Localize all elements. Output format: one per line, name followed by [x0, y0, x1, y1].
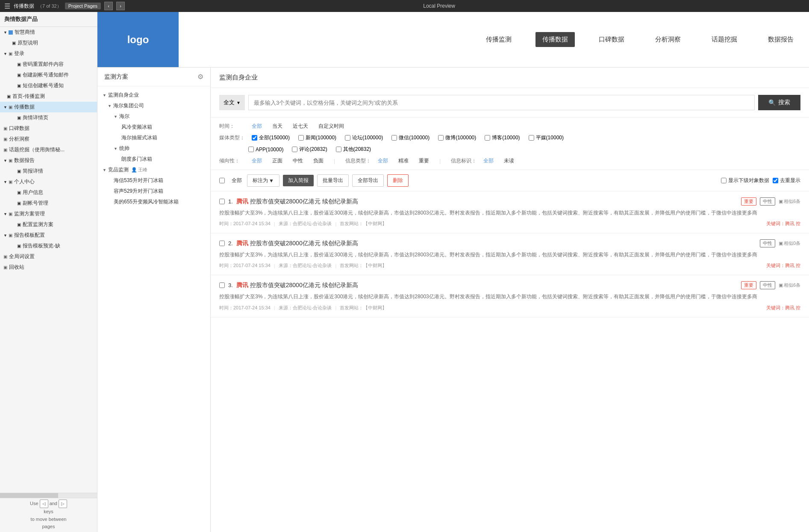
search-input[interactable] [248, 95, 755, 110]
media-all[interactable]: 全部(150000) [252, 134, 290, 141]
menu-icon[interactable]: ☰ [4, 2, 10, 10]
infomark-unread[interactable]: 未读 [504, 157, 514, 165]
search-scope-selector[interactable]: 全文 ▼ [219, 95, 245, 110]
infotype-all[interactable]: 全部 [378, 157, 388, 165]
similar-link[interactable]: ▣ 相似6条 [779, 282, 800, 288]
nav-item-topic[interactable]: 话题挖掘 [705, 32, 744, 47]
tree-item-midea[interactable]: 美的655升变频风冷智能冰箱 [97, 197, 210, 207]
similar-link[interactable]: ▣ 相似6条 [779, 198, 800, 205]
time-today[interactable]: 当天 [272, 123, 282, 130]
tree-item-hisense[interactable]: 海信535升对开门冰箱 [97, 175, 210, 186]
media-print-checkbox[interactable] [529, 135, 534, 141]
sidebar-item-sms[interactable]: ▣ 短信创建帐号通知 [0, 80, 97, 91]
article-checkbox[interactable] [219, 199, 225, 204]
tendency-all[interactable]: 全部 [252, 157, 262, 165]
sidebar-item-chuanbo[interactable]: ▼ ▣ 传播数据 [0, 102, 97, 112]
sidebar-item-sub-account[interactable]: ▣ 副帐号管理 [0, 198, 97, 209]
sidebar-item-report-detail[interactable]: ▣ 简报详情 [0, 166, 97, 176]
next-page-btn[interactable]: › [116, 2, 125, 10]
show-sub-label[interactable]: 显示下级对象数据 [721, 177, 769, 184]
search-button[interactable]: 🔍 搜索 [758, 95, 800, 110]
media-blog-checkbox[interactable] [485, 135, 490, 141]
dedup-label[interactable]: 去重显示 [773, 177, 800, 184]
nav-item-analysis[interactable]: 分析洞察 [648, 32, 688, 47]
section-icon: ▣ [9, 179, 12, 184]
tree-item-choutibing[interactable]: 海尔抽屉式冰箱 [97, 132, 210, 143]
sidebar-item-personal[interactable]: ▼ ▣ 个人中心 [0, 176, 97, 187]
media-news-checkbox[interactable] [298, 135, 304, 141]
mark-as-button[interactable]: 标注为 ▼ [247, 174, 279, 187]
time-custom[interactable]: 自定义时间 [318, 123, 344, 130]
sidebar-item-template-preview[interactable]: ▣ 报告模板预览-缺 [0, 241, 97, 251]
project-pages-btn[interactable]: Project Pages [65, 3, 101, 9]
prev-page-btn[interactable]: ‹ [104, 2, 113, 10]
sidebar-item-global-word[interactable]: ▣ 全局词设置 [0, 251, 97, 262]
sidebar-item-config-monitor[interactable]: ▣ 配置监测方案 [0, 219, 97, 230]
sidebar-item-trash[interactable]: ▣ 回收站 [0, 262, 97, 273]
tendency-negative[interactable]: 负面 [313, 157, 324, 165]
select-all-checkbox[interactable] [219, 178, 225, 183]
sidebar-item-zhihui[interactable]: ▼ 智慧商情 [0, 27, 97, 38]
sidebar-item-homepage[interactable]: ▣ 首页-传播监测 [0, 91, 97, 102]
tree-item-self-monitor[interactable]: ▼ 监测自身企业 [97, 90, 210, 100]
media-weibo-checkbox[interactable] [438, 135, 444, 141]
nav-item-chuanbo[interactable]: 传播数据 [535, 32, 575, 47]
media-print[interactable]: 平媒(10000) [529, 134, 564, 141]
article-checkbox[interactable] [219, 282, 225, 288]
tree-item-haier[interactable]: ▼ 海尔 [97, 111, 210, 122]
time-all[interactable]: 全部 [252, 123, 262, 130]
sidebar-item-password-reset[interactable]: ▣ 密码重置邮件内容 [0, 59, 97, 70]
tree-item-competitor[interactable]: ▼ 竞品监测 👤 王峰 [97, 165, 210, 175]
all-export-button[interactable]: 全部导出 [352, 174, 384, 187]
media-weibo[interactable]: 微博(100000) [438, 134, 476, 141]
tendency-neutral[interactable]: 中性 [293, 157, 303, 165]
sidebar-item-analysis[interactable]: ▣ 分析洞察 [0, 134, 97, 144]
tree-item-langdu[interactable]: 朗度多门冰箱 [97, 154, 210, 165]
settings-icon[interactable]: ⚙ [197, 73, 203, 81]
media-other[interactable]: 其他(20832) [336, 146, 371, 153]
media-other-checkbox[interactable] [336, 147, 341, 152]
horizontal-scrollbar[interactable] [0, 493, 97, 498]
media-weixin[interactable]: 微信(100000) [391, 134, 430, 141]
batch-export-button[interactable]: 批量导出 [317, 174, 349, 187]
dedup-checkbox[interactable] [773, 178, 778, 183]
nav-item-report[interactable]: 数据报告 [761, 32, 800, 47]
media-app-checkbox[interactable] [248, 147, 254, 152]
show-sub-checkbox[interactable] [721, 178, 727, 183]
tendency-positive[interactable]: 正面 [272, 157, 282, 165]
sidebar-item-yuqing-detail[interactable]: ▣ 舆情详情页 [0, 112, 97, 123]
sidebar-item-create-sub[interactable]: ▣ 创建副帐号通知邮件 [0, 70, 97, 80]
article-checkbox[interactable] [219, 241, 225, 246]
similar-link[interactable]: ▣ 相似0条 [779, 240, 800, 247]
infomark-all[interactable]: 全部 [483, 157, 494, 165]
tree-item-rongsheng[interactable]: 容声529升对开门冰箱 [97, 186, 210, 197]
sidebar-item-user-info[interactable]: ▣ 用户信息 [0, 187, 97, 198]
infotype-important[interactable]: 重要 [419, 157, 429, 165]
media-forum[interactable]: 论坛(100000) [345, 134, 383, 141]
sidebar-item-login[interactable]: ▼ ▣ 登录 [0, 48, 97, 59]
monitor-tree: ▼ 监测自身企业 ▼ 海尔集团公司 ▼ 海尔 风冷变频冰箱 海尔抽屉式冰箱 [97, 86, 210, 532]
sidebar-item-monitor-mgmt[interactable]: ▼ ▣ 监测方案管理 [0, 209, 97, 219]
sidebar-item-koubo[interactable]: ▣ 口碑数据 [0, 123, 97, 134]
media-news[interactable]: 新闻(100000) [298, 134, 336, 141]
media-all-checkbox[interactable] [252, 135, 257, 141]
delete-button[interactable]: 删除 [387, 174, 409, 187]
media-app[interactable]: APP(10000) [248, 147, 283, 153]
tree-item-haier-group[interactable]: ▼ 海尔集团公司 [97, 100, 210, 111]
infotype-precise[interactable]: 精准 [398, 157, 409, 165]
sidebar-item-yuanxing[interactable]: ▣ 原型说明 [0, 38, 97, 48]
sidebar-item-topic[interactable]: ▣ 话题挖掘（使用舆情秘... [0, 144, 97, 155]
time-7days[interactable]: 近七天 [293, 123, 308, 130]
tree-item-fenglen[interactable]: 风冷变频冰箱 [97, 122, 210, 132]
media-blog[interactable]: 博客(10000) [485, 134, 520, 141]
sidebar-item-report-template[interactable]: ▼ ▣ 报告模板配置 [0, 230, 97, 241]
media-forum-checkbox[interactable] [345, 135, 350, 141]
nav-item-koubo[interactable]: 口碑数据 [592, 32, 631, 47]
nav-item-monitor[interactable]: 传播监测 [479, 32, 518, 47]
media-weixin-checkbox[interactable] [391, 135, 397, 141]
media-comment-checkbox[interactable] [292, 147, 297, 152]
media-comment[interactable]: 评论(20832) [292, 146, 327, 153]
add-to-report-button[interactable]: 加入简报 [283, 175, 314, 186]
tree-item-tongshuai[interactable]: ▼ 统帅 [97, 143, 210, 154]
sidebar-item-datareport[interactable]: ▼ ▣ 数据报告 [0, 155, 97, 166]
